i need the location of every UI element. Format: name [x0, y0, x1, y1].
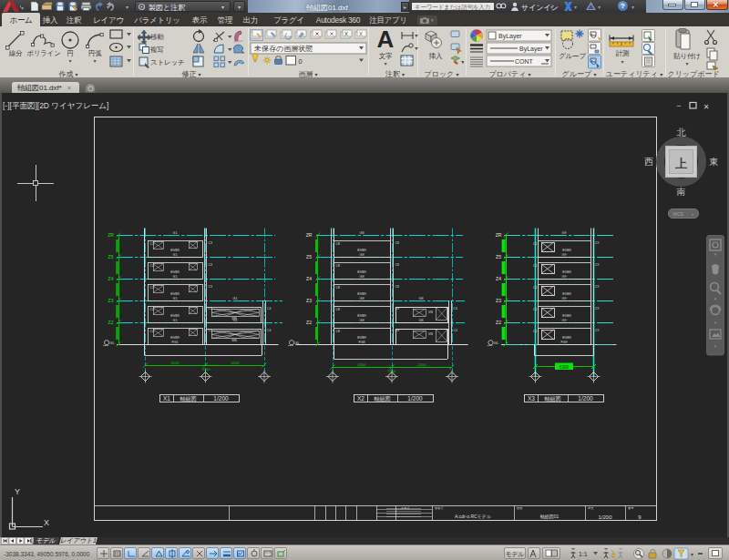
svg-text:Z5: Z5 [496, 254, 501, 260]
svg-text:EVB9: EVB9 [562, 314, 571, 318]
svg-text:Z2: Z2 [496, 320, 501, 325]
svg-text:1/200: 1/200 [213, 395, 229, 402]
svg-text:EVB9: EVB9 [357, 292, 366, 296]
svg-text:C8: C8 [395, 263, 399, 267]
svg-text:9000: 9000 [202, 367, 211, 372]
svg-text:0: 0 [299, 57, 303, 66]
svg-text:4500: 4500 [231, 361, 241, 365]
svg-text:G8: G8 [360, 319, 364, 322]
svg-text:C1: C1 [533, 330, 537, 333]
svg-text:C3: C3 [209, 263, 212, 267]
svg-text:C4: C4 [150, 308, 154, 311]
svg-text:C4: C4 [267, 307, 271, 311]
svg-text:C3: C3 [209, 241, 212, 245]
svg-text:軸組図: 軸組図 [375, 396, 391, 402]
svg-text:C8: C8 [395, 241, 399, 245]
svg-text:WB: WB [231, 339, 237, 342]
svg-text:G9: G9 [562, 275, 567, 279]
svg-text:軸組図01: 軸組図01 [540, 514, 560, 520]
svg-text:C4: C4 [454, 307, 457, 311]
svg-text:C1: C1 [533, 308, 537, 311]
svg-text:A:cdr-o.RCモデル: A:cdr-o.RCモデル [455, 514, 491, 519]
svg-text:東: 東 [709, 157, 719, 167]
svg-text:5200: 5200 [418, 362, 427, 367]
svg-text:番号: 番号 [628, 506, 634, 510]
svg-text:C8: C8 [395, 285, 399, 289]
svg-text:Z4: Z4 [306, 276, 312, 281]
svg-text:X: X [44, 518, 49, 527]
svg-text:G9: G9 [562, 231, 567, 235]
svg-text:1/200: 1/200 [598, 514, 612, 520]
svg-text:EVB9: EVB9 [357, 314, 366, 318]
svg-text:EVB9: EVB9 [357, 336, 366, 340]
svg-text:▾: ▾ [692, 212, 693, 217]
svg-text:G9: G9 [562, 297, 567, 300]
svg-text:工事名: 工事名 [401, 506, 410, 510]
svg-text:C3: C3 [150, 242, 154, 246]
svg-text:6300: 6300 [560, 365, 570, 370]
svg-text:図面: 図面 [517, 506, 522, 510]
svg-text:C4: C4 [150, 264, 154, 268]
svg-text:1/200: 1/200 [578, 395, 593, 402]
svg-text:C4: C4 [267, 329, 271, 332]
svg-text:✕: ✕ [703, 103, 710, 111]
svg-text:Z3: Z3 [496, 298, 501, 303]
svg-text:FG1: FG1 [172, 341, 179, 344]
svg-text:G1: G1 [173, 253, 178, 257]
svg-text:南: 南 [677, 187, 686, 197]
svg-text:EVB9: EVB9 [357, 270, 366, 274]
svg-text:G9: G9 [562, 253, 567, 257]
svg-text:未保存の画層状態: 未保存の画層状態 [253, 45, 313, 53]
svg-text:Z5: Z5 [306, 254, 312, 260]
svg-text:X2: X2 [357, 395, 364, 402]
svg-text:Z4: Z4 [108, 276, 114, 281]
svg-text:EVB9: EVB9 [562, 336, 571, 340]
svg-text:C4: C4 [454, 329, 457, 332]
svg-text:C9: C9 [595, 241, 599, 245]
svg-text:ZR: ZR [108, 232, 114, 238]
svg-text:G8: G8 [360, 231, 364, 235]
svg-text:4500: 4500 [171, 361, 180, 365]
svg-text:1:1: 1:1 [579, 551, 588, 557]
svg-text:X1: X1 [163, 395, 170, 402]
svg-text:G8: G8 [419, 319, 424, 322]
svg-text:X3: X3 [528, 395, 535, 402]
svg-text:EVB9: EVB9 [562, 249, 571, 252]
svg-text:C4: C4 [150, 330, 154, 333]
svg-text:C1: C1 [533, 264, 537, 268]
svg-text:C9: C9 [595, 285, 599, 289]
svg-text:G1: G1 [173, 319, 178, 322]
svg-text:WCS: WCS [673, 211, 683, 217]
svg-text:C1: C1 [533, 286, 537, 290]
svg-text:Z2: Z2 [108, 320, 114, 325]
svg-text:VB: VB [428, 311, 433, 314]
svg-text:G1: G1 [173, 231, 178, 235]
svg-text:GL: GL [494, 341, 499, 345]
svg-text:G8: G8 [360, 253, 364, 257]
svg-text:9: 9 [638, 514, 642, 520]
svg-text:Z2: Z2 [306, 320, 312, 325]
svg-text:1/200: 1/200 [407, 395, 423, 402]
svg-text:Z3: Z3 [108, 298, 114, 303]
svg-text:4500: 4500 [358, 362, 367, 367]
svg-text:C8: C8 [336, 242, 340, 246]
svg-text:図面名: 図面名 [435, 506, 444, 510]
svg-text:ZR: ZR [496, 232, 502, 238]
svg-text:FG8: FG8 [359, 341, 365, 344]
svg-text:G1: G1 [173, 275, 178, 279]
svg-text:G9: G9 [562, 319, 567, 322]
svg-text:C8: C8 [336, 264, 340, 268]
svg-text:C1: C1 [533, 242, 537, 246]
svg-text:GL: GL [294, 341, 300, 345]
svg-text:上: 上 [675, 157, 687, 170]
svg-text:Z5: Z5 [108, 254, 114, 260]
svg-text:C8: C8 [336, 286, 340, 290]
svg-text:FG9: FG9 [561, 341, 568, 344]
svg-text:Y: Y [15, 487, 20, 496]
svg-text:−: − [676, 101, 681, 110]
svg-text:EVB9: EVB9 [170, 270, 180, 274]
svg-text:G1: G1 [173, 297, 178, 300]
svg-text:北: 北 [677, 127, 687, 137]
svg-text:G1: G1 [233, 297, 238, 300]
svg-text:ZR: ZR [306, 232, 313, 238]
